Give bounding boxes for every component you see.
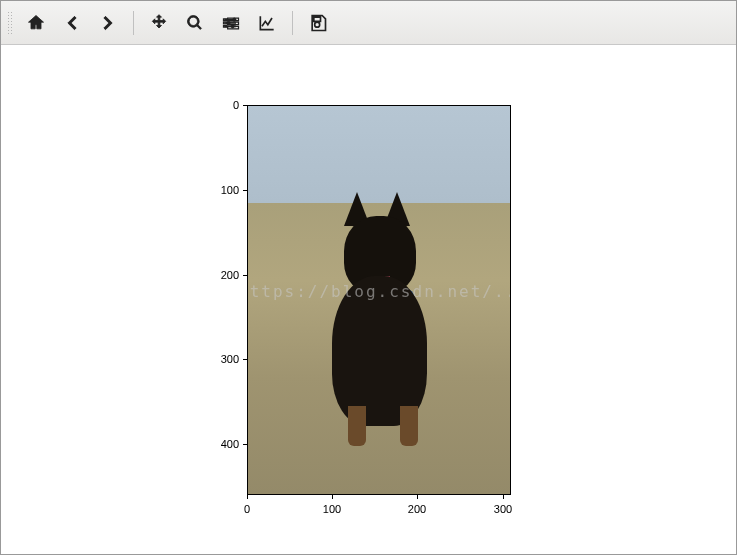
xtick-line [503, 495, 504, 499]
xtick-label: 0 [232, 503, 262, 515]
move-icon [149, 13, 169, 33]
ytick-line [243, 359, 247, 360]
svg-point-0 [233, 18, 236, 21]
axes-icon [257, 13, 277, 33]
svg-point-2 [231, 24, 234, 27]
ytick-line [243, 444, 247, 445]
axes-image: https://blog.csdn.net/....2 [247, 105, 511, 495]
forward-button[interactable] [91, 6, 125, 40]
subplots-button[interactable] [214, 6, 248, 40]
ytick-line [243, 190, 247, 191]
ytick-label: 400 [199, 438, 239, 450]
save-icon [308, 13, 328, 33]
ytick-label: 300 [199, 353, 239, 365]
ytick-label: 100 [199, 184, 239, 196]
xtick-label: 100 [317, 503, 347, 515]
xtick-line [247, 495, 248, 499]
zoom-icon [185, 13, 205, 33]
ytick-line [243, 105, 247, 106]
xtick-label: 300 [488, 503, 518, 515]
pan-button[interactable] [142, 6, 176, 40]
toolbar-grip [7, 11, 13, 35]
toolbar-separator [292, 11, 293, 35]
back-button[interactable] [55, 6, 89, 40]
axes: https://blog.csdn.net/....2 0 100 200 30… [247, 105, 511, 495]
subplots-icon [221, 13, 241, 33]
toolbar-separator [133, 11, 134, 35]
forward-icon [98, 13, 118, 33]
home-icon [26, 13, 46, 33]
home-button[interactable] [19, 6, 53, 40]
save-button[interactable] [301, 6, 335, 40]
watermark: https://blog.csdn.net/....2 [247, 282, 511, 301]
axes-edit-button[interactable] [250, 6, 284, 40]
ytick-label: 200 [199, 269, 239, 281]
toolbar [1, 1, 736, 45]
svg-point-1 [227, 21, 230, 24]
back-icon [62, 13, 82, 33]
figure-canvas[interactable]: https://blog.csdn.net/....2 0 100 200 30… [1, 45, 736, 555]
ytick-line [243, 275, 247, 276]
zoom-button[interactable] [178, 6, 212, 40]
dog-silhouette [304, 186, 454, 446]
xtick-label: 200 [402, 503, 432, 515]
xtick-line [417, 495, 418, 499]
ytick-label: 0 [199, 99, 239, 111]
xtick-line [332, 495, 333, 499]
